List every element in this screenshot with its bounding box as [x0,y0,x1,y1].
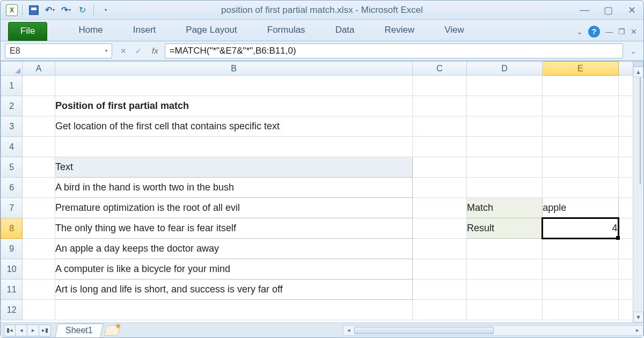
help-button[interactable]: ? [588,26,600,38]
cell-text-row[interactable]: A bird in the hand is worth two in the b… [55,178,412,198]
row-header[interactable]: 3 [1,116,23,137]
cell-text-row[interactable]: Art is long and life is short, and succe… [55,280,412,300]
row-header[interactable]: 7 [1,198,23,218]
row-header[interactable]: 12 [1,300,23,320]
worksheet-area: A B C D E 1 2 Position of first partial … [1,61,643,337]
formula-bar: E8 ▾ ✕ ✓ fx =MATCH("*"&E7&"*",B6:B11,0) … [1,41,643,61]
col-header-d[interactable]: D [466,62,542,76]
chevron-down-icon: ▾ [69,8,71,12]
cell-title[interactable]: Position of first partial match [55,96,412,116]
hscroll-track[interactable] [354,326,632,335]
workbook-minimize-button[interactable]: — [605,27,613,36]
row-header[interactable]: 4 [1,137,23,157]
redo-icon: ↷ [61,5,68,15]
window-controls: — ▢ ✕ [578,4,638,16]
col-header-c[interactable]: C [413,62,467,76]
row-header[interactable]: 5 [1,157,23,178]
scroll-up-button[interactable]: ▲ [633,67,643,77]
quick-access-toolbar: X ↶▾ ↷▾ ↻ ▾ [6,4,112,17]
first-sheet-button[interactable]: ▮◂ [4,325,16,336]
tab-home[interactable]: Home [63,20,118,41]
formula-text: =MATCH("*"&E7&"*",B6:B11,0) [170,46,296,56]
qat-separator [22,4,23,16]
name-box[interactable]: E8 ▾ [5,43,112,58]
minimize-button[interactable]: — [578,4,591,16]
qat-separator [93,4,94,16]
touch-mode-button[interactable]: ↻ [75,4,89,17]
fx-label[interactable]: fx [150,46,160,55]
ribbon-minimize-icon[interactable]: ⌄ [576,27,583,36]
horizontal-scrollbar[interactable]: ◂ ▸ [343,325,643,336]
save-button[interactable] [27,4,41,17]
cell-subtitle[interactable]: Get location of the first cell that cont… [55,116,412,137]
touch-icon: ↻ [79,5,86,15]
col-header-b[interactable]: B [55,62,412,76]
formula-buttons: ✕ ✓ [116,44,145,58]
workbook-restore-button[interactable]: ❐ [618,27,625,36]
cell-match-label[interactable]: Match [466,198,542,218]
scroll-down-button[interactable]: ▼ [633,312,643,322]
save-icon [29,5,39,15]
name-box-value: E8 [10,46,20,56]
tab-formulas[interactable]: Formulas [252,20,320,41]
col-header-a[interactable]: A [23,62,55,76]
cell-text-header[interactable]: Text [55,157,412,178]
sheet-tab-label: Sheet1 [65,326,93,335]
sheet-grid[interactable]: A B C D E 1 2 Position of first partial … [1,61,643,322]
prev-sheet-button[interactable]: ◂ [16,325,27,336]
chevron-down-icon: ▾ [53,8,55,12]
tab-data[interactable]: Data [320,20,370,41]
cell-text-row[interactable]: An apple a day keeps the doctor away [55,239,412,259]
tab-page-layout[interactable]: Page Layout [171,20,252,41]
row-header[interactable]: 9 [1,239,23,259]
last-sheet-button[interactable]: ▸▮ [39,325,51,336]
row-header[interactable]: 6 [1,178,23,198]
title-bar: X ↶▾ ↷▾ ↻ ▾ position of first partial ma… [1,1,643,20]
cell-text-row[interactable]: Premature optimization is the root of al… [55,198,412,218]
sheet-tab-active[interactable]: Sheet1 [55,324,103,337]
select-all-corner[interactable] [1,62,23,76]
scroll-thumb[interactable] [640,77,641,185]
file-tab[interactable]: File [8,22,47,41]
qat-customize-button[interactable]: ▾ [98,4,112,17]
row-header[interactable]: 8 [1,218,23,239]
tab-review[interactable]: Review [370,20,430,41]
cell-text-row[interactable]: A computer is like a bicycle for your mi… [55,259,412,280]
redo-button[interactable]: ↷▾ [59,4,73,17]
row-header[interactable]: 1 [1,76,23,96]
undo-icon: ↶ [45,5,52,15]
next-sheet-button[interactable]: ▸ [27,325,39,336]
sheet-tab-bar: ▮◂ ◂ ▸ ▸▮ Sheet1 ◂ ▸ [1,322,643,337]
tab-insert[interactable]: Insert [118,20,171,41]
grid-table: A B C D E 1 2 Position of first partial … [1,61,640,320]
cell-match-value[interactable]: apple [543,198,618,218]
formula-input[interactable]: =MATCH("*"&E7&"*",B6:B11,0) [165,43,623,58]
col-header-e[interactable]: E [543,62,618,76]
undo-button[interactable]: ↶▾ [43,4,57,17]
row-header[interactable]: 10 [1,259,23,280]
selected-cell[interactable]: 4 [543,218,618,239]
excel-app-icon[interactable]: X [6,4,18,16]
vertical-scrollbar[interactable]: ▲ ▼ [633,61,643,322]
workbook-close-button[interactable]: ✕ [631,27,637,36]
chevron-down-icon: ▾ [105,8,107,12]
maximize-button[interactable]: ▢ [602,4,614,16]
tab-view[interactable]: View [429,20,479,41]
close-button[interactable]: ✕ [625,4,638,16]
excel-window: X ↶▾ ↷▾ ↻ ▾ position of first partial ma… [0,0,644,338]
cell-text-row[interactable]: The only thing we have to fear is fear i… [55,218,412,239]
chevron-down-icon[interactable]: ▾ [105,48,107,53]
cell-result-label[interactable]: Result [466,218,542,239]
split-handle[interactable] [633,61,643,67]
scroll-left-button[interactable]: ◂ [343,327,354,334]
new-sheet-button[interactable] [104,325,120,336]
ribbon-right-controls: ⌄ ? — ❐ ✕ [576,26,637,38]
formula-bar-expand-button[interactable]: ⌄ [627,47,639,55]
scroll-right-button[interactable]: ▸ [632,327,643,334]
enter-formula-button[interactable]: ✓ [131,44,145,58]
hscroll-thumb[interactable] [354,327,494,334]
row-header[interactable]: 2 [1,96,23,116]
ribbon: File Home Insert Page Layout Formulas Da… [1,20,643,41]
row-header[interactable]: 11 [1,280,23,300]
cancel-formula-button[interactable]: ✕ [116,44,130,58]
